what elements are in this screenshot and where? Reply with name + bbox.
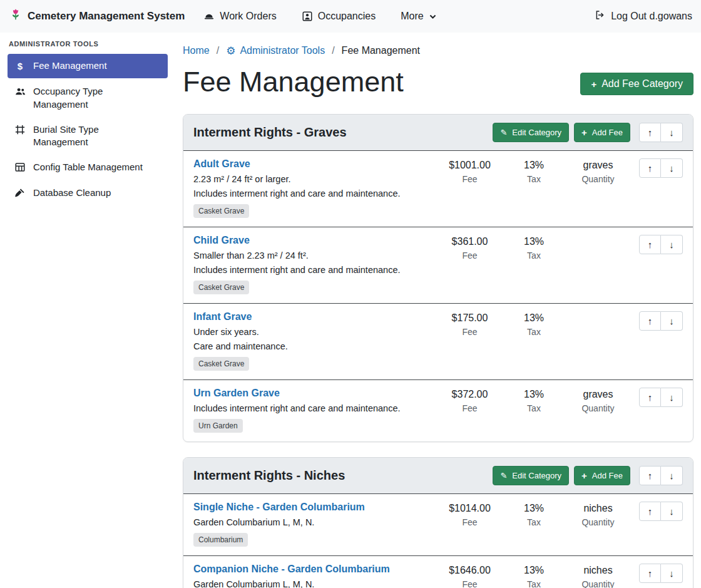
category-reorder-group: ↑ ↓ xyxy=(639,123,683,142)
breadcrumb-current: Fee Management xyxy=(342,45,420,56)
fee-reorder-group: ↑ ↓ xyxy=(639,502,683,521)
tax-label: Tax xyxy=(506,579,562,588)
quantity-col: niches Quantity xyxy=(562,502,634,527)
fee-amount-col: $1001.00 Fee xyxy=(434,158,506,184)
quantity-unit: niches xyxy=(562,503,634,514)
fee-name-link[interactable]: Adult Grave xyxy=(193,158,250,170)
move-category-down-button[interactable]: ↓ xyxy=(661,123,683,142)
sidebar-item-occupancy-type-management[interactable]: Occupancy Type Management xyxy=(8,80,168,116)
fee-row: Single Niche - Garden Columbarium Garden… xyxy=(183,493,693,555)
sidebar-item-burial-site-type-management[interactable]: Burial Site Type Management xyxy=(8,118,168,155)
sidebar-item-config-table-management[interactable]: Config Table Management xyxy=(8,155,168,179)
frame-icon xyxy=(14,124,26,135)
fee-amount-col: $361.00 Fee xyxy=(434,235,506,260)
fee-amount: $1646.00 xyxy=(434,565,506,576)
tax-label: Tax xyxy=(506,517,562,527)
move-fee-up-button[interactable]: ↑ xyxy=(639,502,661,521)
move-fee-down-button[interactable]: ↓ xyxy=(661,235,683,254)
app-brand[interactable]: Cemetery Management System xyxy=(9,8,185,25)
main-content: Home / ⚙ Administrator Tools / Fee Manag… xyxy=(175,33,701,588)
add-fee-button[interactable]: + Add Fee xyxy=(574,466,630,485)
category-title: Interment Rights - Graves xyxy=(193,125,488,140)
fee-row: Companion Niche - Garden Columbarium Gar… xyxy=(183,555,693,588)
users-icon xyxy=(14,86,26,98)
fee-row: Urn Garden Grave Includes interment righ… xyxy=(183,379,693,441)
top-navbar: Cemetery Management System Work Orders O… xyxy=(0,0,701,33)
fee-amount-label: Fee xyxy=(434,517,506,527)
person-frame-icon xyxy=(302,11,313,22)
fee-amount-label: Fee xyxy=(434,403,506,413)
fee-amount-label: Fee xyxy=(434,579,506,588)
fee-row: Child Grave Smaller than 2.23 m² / 24 ft… xyxy=(183,227,693,303)
tax-value: 13% xyxy=(506,503,562,514)
fee-info: Infant Grave Under six years. Care and m… xyxy=(193,311,434,371)
move-fee-down-button[interactable]: ↓ xyxy=(661,502,683,521)
fee-amount: $1014.00 xyxy=(434,503,506,514)
move-category-up-button[interactable]: ↑ xyxy=(639,123,661,142)
quantity-unit: graves xyxy=(562,389,634,400)
title-row: Fee Management + Add Fee Category xyxy=(183,65,693,99)
nav-occupancies[interactable]: Occupancies xyxy=(302,11,376,22)
move-category-up-button[interactable]: ↑ xyxy=(639,466,661,485)
fee-name-link[interactable]: Single Niche - Garden Columbarium xyxy=(193,502,365,513)
sidebar-item-database-cleanup[interactable]: Database Cleanup xyxy=(8,181,168,205)
gear-icon: ⚙ xyxy=(226,46,235,56)
add-fee-button[interactable]: + Add Fee xyxy=(574,123,630,142)
fee-type-badge: Casket Grave xyxy=(193,281,249,294)
nav-more[interactable]: More xyxy=(401,11,436,22)
fee-amount-label: Fee xyxy=(434,327,506,337)
fee-description: Care and maintenance. xyxy=(193,341,434,351)
breadcrumb-home-link[interactable]: Home xyxy=(183,45,210,56)
move-category-down-button[interactable]: ↓ xyxy=(661,466,683,485)
quantity-col xyxy=(562,235,634,236)
move-fee-down-button[interactable]: ↓ xyxy=(661,564,683,583)
category-title: Interment Rights - Niches xyxy=(193,468,488,483)
fee-reorder-group: ↑ ↓ xyxy=(639,158,683,178)
fee-reorder-group: ↑ ↓ xyxy=(639,564,683,583)
move-fee-down-button[interactable]: ↓ xyxy=(661,388,683,407)
move-fee-up-button[interactable]: ↑ xyxy=(639,311,661,331)
fee-name-link[interactable]: Urn Garden Grave xyxy=(193,388,280,399)
fee-row: Adult Grave 2.23 m² / 24 ft² or larger. … xyxy=(183,150,693,227)
nav-work-orders[interactable]: Work Orders xyxy=(203,11,276,22)
sidebar-item-fee-management[interactable]: $ Fee Management xyxy=(8,54,168,78)
quantity-col: graves Quantity xyxy=(562,388,634,413)
logout-button[interactable]: Log Out d.gowans xyxy=(595,9,692,23)
move-fee-up-button[interactable]: ↑ xyxy=(639,235,661,254)
tax-col: 13% Tax xyxy=(506,158,562,184)
category-card-niches: Interment Rights - Niches ✎ Edit Categor… xyxy=(183,457,693,588)
quantity-label: Quantity xyxy=(562,517,634,527)
breadcrumb-separator: / xyxy=(325,45,341,56)
move-fee-up-button[interactable]: ↑ xyxy=(639,158,661,178)
fee-info: Child Grave Smaller than 2.23 m² / 24 ft… xyxy=(193,235,434,294)
fee-description: Includes interment right and care and ma… xyxy=(193,265,434,275)
fee-name-link[interactable]: Infant Grave xyxy=(193,311,252,322)
fee-amount-label: Fee xyxy=(434,174,506,184)
add-fee-category-button[interactable]: + Add Fee Category xyxy=(580,73,693,95)
fee-name-link[interactable]: Child Grave xyxy=(193,235,250,246)
quantity-label: Quantity xyxy=(562,579,634,588)
quantity-unit: niches xyxy=(562,565,634,576)
category-header: Interment Rights - Niches ✎ Edit Categor… xyxy=(183,458,693,493)
tax-value: 13% xyxy=(506,312,562,324)
fee-info: Adult Grave 2.23 m² / 24 ft² or larger. … xyxy=(193,158,434,218)
fee-amount-col: $372.00 Fee xyxy=(434,388,506,413)
edit-category-button[interactable]: ✎ Edit Category xyxy=(493,466,569,485)
pencil-icon: ✎ xyxy=(500,472,507,480)
move-fee-up-button[interactable]: ↑ xyxy=(639,388,661,407)
move-fee-down-button[interactable]: ↓ xyxy=(661,311,683,331)
fee-name-link[interactable]: Companion Niche - Garden Columbarium xyxy=(193,564,390,575)
tax-label: Tax xyxy=(506,403,562,413)
fee-row: Infant Grave Under six years. Care and m… xyxy=(183,303,693,379)
tax-label: Tax xyxy=(506,174,562,184)
broom-icon xyxy=(14,187,26,199)
hard-hat-icon xyxy=(203,11,215,22)
move-fee-down-button[interactable]: ↓ xyxy=(661,158,683,178)
quantity-col: graves Quantity xyxy=(562,158,634,184)
move-fee-up-button[interactable]: ↑ xyxy=(639,564,661,583)
breadcrumb-admin-tools-link[interactable]: ⚙ Administrator Tools xyxy=(226,45,325,56)
quantity-label: Quantity xyxy=(562,174,634,184)
chevron-down-icon xyxy=(429,13,437,21)
edit-category-button[interactable]: ✎ Edit Category xyxy=(493,123,569,142)
fee-reorder-group: ↑ ↓ xyxy=(639,388,683,407)
